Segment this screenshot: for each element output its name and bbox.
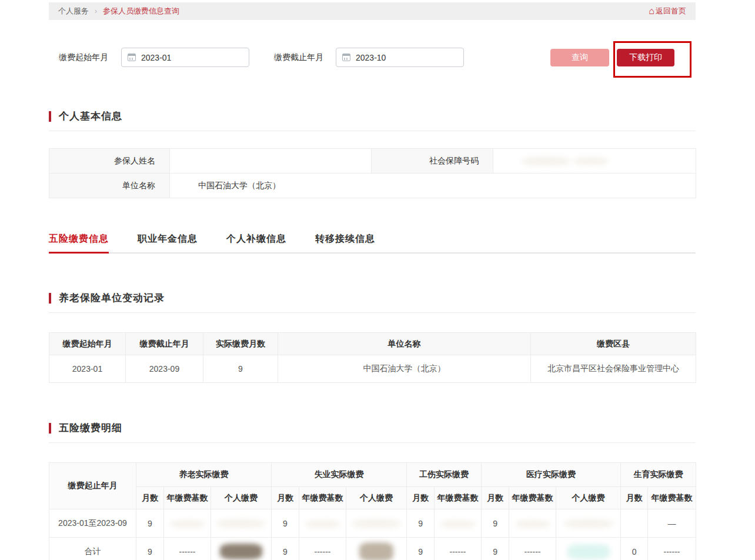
table-cell: ------ — [164, 538, 211, 560]
section-pension-change: 养老保险单位变动记录 — [49, 291, 696, 313]
column-header: 个人缴费 — [346, 487, 407, 509]
column-header: 缴费截止年月 — [126, 333, 203, 355]
calendar-icon — [128, 54, 136, 61]
redaction-smudge — [564, 519, 613, 528]
redaction-smudge — [305, 520, 340, 528]
column-header: 个人缴费 — [556, 487, 621, 509]
column-header: 年缴费基数 — [164, 487, 211, 509]
table-cell: 9 — [407, 509, 435, 538]
table-cell: — — [648, 509, 696, 538]
table-cell-redacted — [509, 509, 556, 538]
end-month-picker[interactable] — [336, 48, 464, 67]
tab-bar: 五险缴费信息 职业年金信息 个人补缴信息 转移接续信息 — [49, 233, 696, 254]
section-personal-info: 个人基本信息 — [49, 109, 696, 131]
table-cell — [621, 509, 648, 538]
table-row: 参保人姓名 社会保障号码 — [49, 149, 696, 174]
return-home-label: 返回首页 — [656, 6, 686, 16]
section-detail-title: 五险缴费明细 — [59, 421, 122, 435]
breadcrumb-item-personal-services[interactable]: 个人服务 — [58, 6, 89, 16]
table-cell-redacted — [299, 509, 346, 538]
table-row-total: 合计 9 ------ 9 ------ 9 ------ 9 ------ 0… — [49, 538, 696, 560]
section-marker-bar — [49, 293, 51, 304]
table-cell: 9 — [407, 538, 435, 560]
table-cell-redacted — [556, 538, 621, 560]
download-print-button[interactable]: 下载打印 — [617, 49, 674, 66]
tab-personal-supplementary-payment-info[interactable]: 个人补缴信息 — [226, 233, 286, 252]
return-home-link[interactable]: ⌂ 返回首页 — [649, 6, 686, 16]
table-cell: 北京市昌平区社会保险事业管理中心 — [531, 355, 696, 383]
end-month-input[interactable] — [356, 53, 450, 62]
table-cell: 2023-09 — [126, 355, 203, 383]
calendar-icon — [342, 54, 350, 61]
table-cell: ------ — [509, 538, 556, 560]
redaction-smudge — [170, 520, 205, 528]
column-header: 月数 — [621, 487, 648, 509]
table-row: 2023-01至2023-09 9 9 9 9 — — [49, 509, 696, 538]
org-label: 单位名称 — [49, 174, 170, 198]
table-cell: 9 — [482, 509, 509, 538]
start-month-picker[interactable] — [121, 48, 249, 67]
query-button[interactable]: 查询 — [550, 49, 609, 66]
group-header-unemployment: 失业实际缴费 — [272, 463, 407, 487]
end-month-label: 缴费截止年月 — [274, 48, 323, 67]
column-header: 年缴费基数 — [435, 487, 482, 509]
start-month-input[interactable] — [141, 53, 235, 62]
column-header: 年缴费基数 — [509, 487, 556, 509]
start-month-label: 缴费起始年月 — [59, 48, 108, 67]
breadcrumb-separator-icon: › — [95, 7, 97, 15]
home-icon: ⌂ — [649, 6, 654, 16]
redaction-smudge — [515, 520, 550, 528]
table-cell-redacted — [211, 538, 272, 560]
filter-row: 缴费起始年月 缴费截止年月 查询 下载打印 — [49, 48, 696, 86]
table-cell: ------ — [299, 538, 346, 560]
ssn-label: 社会保障号码 — [372, 149, 493, 174]
redaction-smudge — [220, 544, 262, 559]
tab-five-insurance-payment-info[interactable]: 五险缴费信息 — [49, 233, 109, 254]
group-header-maternity: 生育实际缴费 — [621, 463, 696, 487]
redaction-smudge — [573, 157, 609, 165]
redaction-smudge — [352, 519, 401, 528]
table-cell: 中国石油大学（北京） — [278, 355, 531, 383]
redaction-smudge — [567, 544, 610, 559]
table-cell-redacted — [211, 509, 272, 538]
table-header-sub-row: 月数 年缴费基数 个人缴费 月数 年缴费基数 个人缴费 月数 年缴费基数 月数 … — [49, 487, 696, 509]
breadcrumb-item-current-page[interactable]: 参保人员缴费信息查询 — [103, 6, 179, 16]
table-header-row: 缴费起始年月 缴费截止年月 实际缴费月数 单位名称 缴费区县 — [49, 333, 696, 355]
redaction-smudge — [522, 156, 571, 166]
column-header: 缴费起止年月 — [49, 463, 136, 509]
ssn-value-redacted — [493, 149, 696, 174]
redaction-smudge — [440, 520, 476, 528]
period-cell: 2023-01至2023-09 — [49, 509, 136, 538]
payment-detail-table: 缴费起止年月 养老实际缴费 失业实际缴费 工伤实际缴费 医疗实际缴费 生育实际缴… — [49, 462, 696, 560]
period-cell: 合计 — [49, 538, 136, 560]
column-header: 年缴费基数 — [648, 487, 696, 509]
column-header: 月数 — [407, 487, 435, 509]
table-cell-redacted — [435, 509, 482, 538]
table-row: 单位名称 中国石油大学（北京） — [49, 174, 696, 198]
table-cell: 9 — [203, 355, 278, 383]
column-header: 缴费起始年月 — [49, 333, 126, 355]
column-header: 月数 — [136, 487, 164, 509]
table-cell: 9 — [272, 538, 299, 560]
tab-transfer-continuation-info[interactable]: 转移接续信息 — [315, 233, 375, 252]
table-cell: 9 — [272, 509, 299, 538]
column-header: 缴费区县 — [531, 333, 696, 355]
section-pension-change-title: 养老保险单位变动记录 — [59, 291, 165, 305]
name-label: 参保人姓名 — [49, 149, 170, 174]
table-header-group-row: 缴费起止年月 养老实际缴费 失业实际缴费 工伤实际缴费 医疗实际缴费 生育实际缴… — [49, 463, 696, 487]
name-value-redacted — [170, 149, 372, 174]
table-cell-redacted — [346, 538, 407, 560]
breadcrumb: 个人服务 › 参保人员缴费信息查询 ⌂ 返回首页 — [49, 2, 696, 20]
section-marker-bar — [49, 111, 51, 122]
column-header: 月数 — [272, 487, 299, 509]
pension-change-table: 缴费起始年月 缴费截止年月 实际缴费月数 单位名称 缴费区县 2023-01 2… — [49, 332, 696, 383]
table-cell: ------ — [648, 538, 696, 560]
section-detail: 五险缴费明细 — [49, 421, 696, 443]
redaction-smudge — [359, 542, 393, 560]
tab-occupational-annuity-info[interactable]: 职业年金信息 — [138, 233, 198, 252]
table-cell-redacted — [164, 509, 211, 538]
redaction-smudge — [216, 519, 266, 528]
table-cell: ------ — [435, 538, 482, 560]
table-cell: 0 — [621, 538, 648, 560]
column-header: 月数 — [482, 487, 509, 509]
